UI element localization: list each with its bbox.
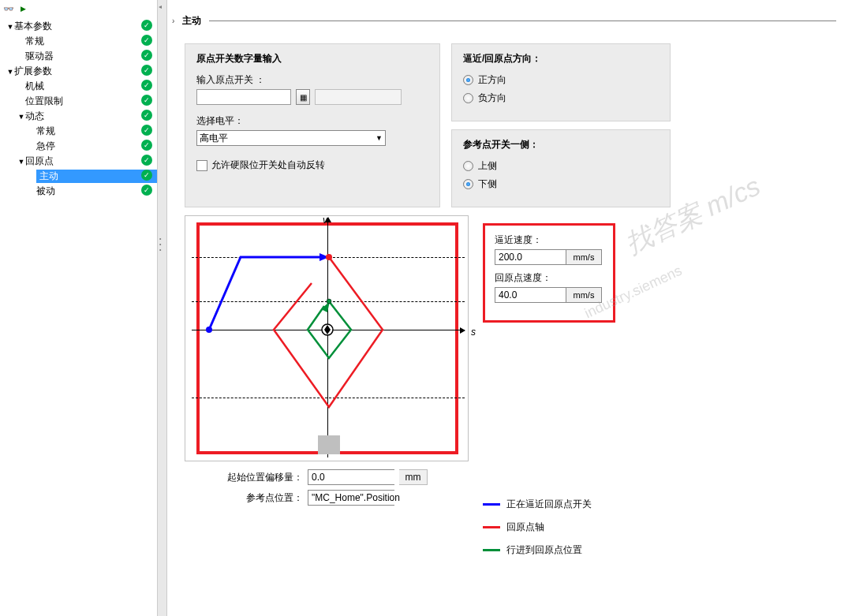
caret-down-icon[interactable]: ▼ [17,113,25,121]
tree-item-label: 机械 [25,80,157,93]
input-origin-label: 输入原点开关 ： [196,73,428,87]
refpos-label: 参考点位置： [185,491,303,505]
chevron-right-icon: › [172,17,174,25]
svg-point-1 [206,327,212,333]
check-circle-icon: ✓ [141,95,152,106]
axis-label-s: s [471,327,476,338]
legend-blue-label: 正在逼近回原点开关 [506,498,592,511]
tree-item[interactable]: ▼扩展参数✓ [0,64,157,79]
approach-speed-unit[interactable]: mm/s [566,249,602,265]
splitter-grip-icon: ••• [159,237,166,260]
origin-switch-readonly [315,89,402,105]
legend-red-label: 回原点轴 [506,521,544,534]
check-circle-icon: ✓ [141,20,152,31]
legend: 正在逼近回原点开关 回原点轴 行进到回原点位置 [483,498,615,557]
svg-point-4 [327,299,331,304]
auto-reverse-checkbox[interactable] [196,160,207,171]
check-circle-icon: ✓ [141,65,152,76]
auto-reverse-label: 允许硬限位开关处自动反转 [211,159,325,172]
tree-item-label: 回原点 [25,155,157,168]
level-label: 选择电平： [196,114,428,128]
direction-pos-label: 正方向 [478,73,506,87]
offset-unit: mm [399,469,428,485]
tree-item[interactable]: 机械✓ [0,79,157,94]
panel-title: 逼近/回原点方向： [463,52,659,65]
tree-item[interactable]: ▼动态✓ [0,109,157,124]
direction-neg-label: 负方向 [478,91,506,105]
approach-speed-input[interactable]: 200.0 [495,249,566,265]
tree-item[interactable]: 急停✓ [0,139,157,154]
tree-item-label: 驱动器 [25,50,157,63]
homing-diagram: s v [185,215,469,461]
tree-item-label: 常规 [25,35,157,48]
glasses-icon[interactable]: 👓 [3,3,14,14]
refside-panel: 参考点开关一侧： 上侧 下侧 [451,129,671,207]
caret-down-icon[interactable]: ▼ [17,158,25,166]
browse-button[interactable]: ▦ [296,89,310,105]
play-icon[interactable]: ▶ [17,3,28,14]
approach-speed-label: 逼近速度： [495,233,604,247]
refside-lower-radio[interactable] [463,179,473,189]
origin-switch-panel: 原点开关数字量输入 输入原点开关 ： ▦ 选择电平： 高电平 ▼ [185,43,440,207]
tree-item[interactable]: 位置限制✓ [0,94,157,109]
swatch-green [483,549,500,551]
tree-item[interactable]: ▼基本参数✓ [0,19,157,34]
tree-item[interactable]: 被动✓ [0,184,157,199]
refside-lower-label: 下侧 [478,177,497,191]
swatch-blue [483,503,500,506]
tree-item-label: 主动 [36,170,157,183]
panel-title: 参考点开关一侧： [463,138,659,151]
check-circle-icon: ✓ [141,110,152,121]
tree-item-label: 常规 [36,125,157,138]
splitter[interactable]: ••• [158,0,167,616]
tree-item-label: 急停 [36,140,157,153]
divider [209,21,836,21]
nav-tree[interactable]: ▼基本参数✓常规✓驱动器✓▼扩展参数✓机械✓位置限制✓▼动态✓常规✓急停✓▼回原… [0,17,157,199]
sidebar-toolbar: 👓 ▶ [0,0,157,17]
legend-green-label: 行进到回原点位置 [506,543,582,557]
check-circle-icon: ✓ [141,125,152,136]
offset-label: 起始位置偏移量： [185,471,303,484]
caret-down-icon[interactable]: ▼ [6,68,14,76]
refside-upper-radio[interactable] [463,161,473,171]
tree-item-label: 基本参数 [14,20,157,33]
direction-neg-radio[interactable] [463,93,473,103]
tree-item[interactable]: 常规✓ [0,34,157,49]
tree-item[interactable]: 驱动器✓ [0,49,157,64]
tree-item-label: 动态 [25,110,157,123]
tree-item[interactable]: 常规✓ [0,124,157,139]
chevron-down-icon: ▼ [376,134,383,142]
check-circle-icon: ✓ [141,170,152,181]
check-circle-icon: ✓ [141,155,152,166]
diagram-side: 逼近速度： 200.0 mm/s 回原点速度： 40.0 mm/s 正在逼近回原… [483,215,615,566]
section-header: › 主动 [172,14,836,28]
tree-item-label: 被动 [36,185,157,198]
chevron-left-icon [159,5,166,11]
direction-panel: 逼近/回原点方向： 正方向 负方向 [451,43,671,121]
check-circle-icon: ✓ [141,50,152,61]
main-panel: › 主动 原点开关数字量输入 输入原点开关 ： ▦ 选择电平： [167,0,852,616]
origin-switch-input[interactable] [196,89,291,105]
check-circle-icon: ✓ [141,185,152,196]
refside-upper-label: 上侧 [478,159,497,173]
offset-input[interactable]: 0.0 [308,469,394,485]
home-speed-input[interactable]: 40.0 [495,287,566,303]
check-circle-icon: ✓ [141,80,152,91]
svg-point-2 [326,254,332,260]
section-title: 主动 [182,14,201,28]
check-circle-icon: ✓ [141,140,152,151]
tree-item-label: 位置限制 [25,95,157,108]
tree-item-label: 扩展参数 [14,65,157,78]
check-circle-icon: ✓ [141,35,152,46]
tree-item[interactable]: ▼回原点✓ [0,154,157,169]
nav-sidebar: 👓 ▶ ▼基本参数✓常规✓驱动器✓▼扩展参数✓机械✓位置限制✓▼动态✓常规✓急停… [0,0,158,616]
tree-item[interactable]: 主动✓ [0,169,157,184]
level-select[interactable]: 高电平 ▼ [196,130,386,146]
home-speed-unit[interactable]: mm/s [566,287,602,303]
swatch-red [483,526,500,528]
refpos-input[interactable]: "MC_Home".Position [308,490,394,506]
direction-pos-radio[interactable] [463,75,473,85]
panel-title: 原点开关数字量输入 [196,52,428,65]
caret-down-icon[interactable]: ▼ [6,23,14,31]
diagram-paths [185,216,469,462]
